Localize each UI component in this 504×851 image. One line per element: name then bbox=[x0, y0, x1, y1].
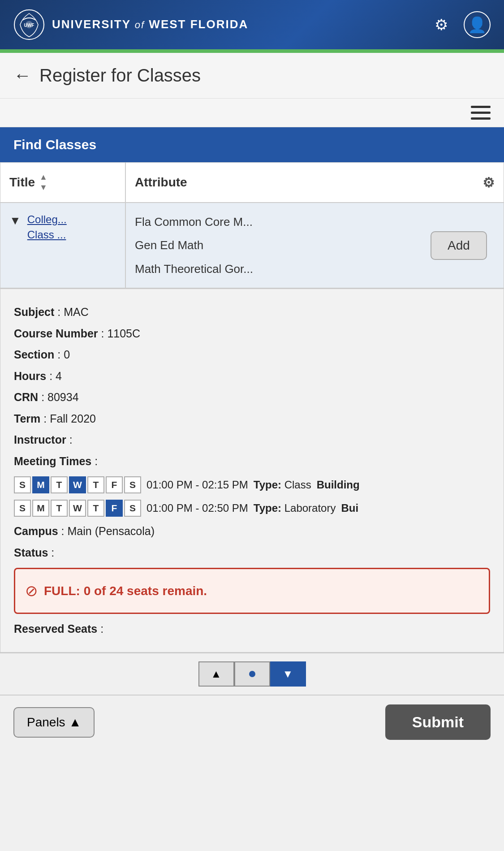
green-stripe bbox=[0, 49, 504, 53]
attribute-column-label: Attribute bbox=[135, 175, 187, 190]
meeting-times-label-row: Meeting Times : bbox=[14, 451, 490, 472]
hours-field: Hours : 4 bbox=[14, 366, 490, 387]
course-number-label: Course Number bbox=[14, 327, 98, 340]
section-value: 0 bbox=[64, 348, 70, 361]
settings-button[interactable]: ⚙ bbox=[428, 11, 455, 38]
hours-label: Hours bbox=[14, 370, 46, 382]
meeting-row-1: S M T W T F S 01:00 PM - 02:15 PM Type: … bbox=[14, 475, 490, 495]
title-column-label: Title bbox=[9, 175, 35, 190]
meeting-row-2: S M T W T F S 01:00 PM - 02:50 PM Type: … bbox=[14, 498, 490, 518]
course-number-field: Course Number : 1105C bbox=[14, 323, 490, 345]
reserved-seats-field: Reserved Seats : bbox=[14, 618, 490, 640]
attribute-item-2: Gen Ed Math bbox=[135, 233, 405, 257]
meeting-building-label-2: Bui bbox=[341, 498, 358, 518]
university-name-text: UNIVERSITY of WEST FLORIDA bbox=[52, 17, 248, 32]
submit-button[interactable]: Submit bbox=[385, 704, 491, 740]
crn-value: 80934 bbox=[47, 391, 79, 403]
crn-field: CRN : 80934 bbox=[14, 387, 490, 408]
subject-separator: : bbox=[57, 306, 64, 318]
status-text: FULL: 0 of 24 seats remain. bbox=[44, 579, 207, 603]
subject-label: Subject bbox=[14, 306, 54, 318]
day-T-2: T bbox=[51, 500, 68, 517]
course-number-separator: : bbox=[101, 327, 108, 340]
term-value: Fall 2020 bbox=[50, 412, 96, 425]
prev-page-button[interactable]: ▲ bbox=[198, 661, 234, 687]
page-title: Register for Classes bbox=[39, 65, 201, 86]
attribute-item-3: Math Theoretical Gor... bbox=[135, 257, 405, 281]
user-icon: 👤 bbox=[468, 16, 487, 34]
day-Sa-1: S bbox=[124, 476, 141, 493]
next-page-button[interactable]: ▼ bbox=[270, 661, 306, 687]
expand-arrow-icon[interactable]: ▼ bbox=[9, 214, 21, 228]
meeting-type-label-2: Type: Laboratory bbox=[254, 498, 336, 518]
back-bar: ← Register for Classes bbox=[0, 53, 504, 99]
meeting-building-label-1: Building bbox=[317, 475, 360, 495]
title-column-header[interactable]: Title ▲ ▼ bbox=[0, 163, 126, 202]
instructor-field: Instructor : bbox=[14, 429, 490, 451]
term-label: Term bbox=[14, 412, 40, 425]
attribute-item-1: Fla Common Core M... bbox=[135, 210, 405, 233]
logo-icon: UWF bbox=[13, 9, 45, 40]
find-classes-bar: Find Classes bbox=[0, 127, 504, 162]
day-W-2: W bbox=[69, 500, 86, 517]
class-name[interactable]: Colleg... Class ... bbox=[27, 212, 67, 242]
status-label: Status bbox=[14, 546, 48, 559]
meeting-type-label-1: Type: Class bbox=[254, 475, 311, 495]
warning-icon: ⊘ bbox=[25, 576, 38, 605]
day-S-1: S bbox=[14, 476, 31, 493]
attribute-column-header: Attribute ⚙ bbox=[126, 163, 504, 202]
day-F-2: F bbox=[106, 500, 123, 517]
meeting-times-label: Meeting Times bbox=[14, 455, 91, 467]
back-arrow-icon[interactable]: ← bbox=[13, 65, 31, 86]
campus-label: Campus bbox=[14, 525, 58, 537]
day-S-2: S bbox=[14, 500, 31, 517]
sort-arrows[interactable]: ▲ ▼ bbox=[39, 173, 47, 192]
campus-value: Main (Pensacola) bbox=[68, 525, 155, 537]
hours-value: 4 bbox=[56, 370, 62, 382]
hamburger-button[interactable] bbox=[471, 106, 491, 120]
course-number-value: 1105C bbox=[107, 327, 140, 340]
sort-down-icon: ▼ bbox=[39, 183, 47, 192]
svg-text:UWF: UWF bbox=[24, 23, 34, 28]
subject-field: Subject : MAC bbox=[14, 302, 490, 323]
days-grid-1: S M T W T F S bbox=[14, 476, 141, 493]
day-M-2: M bbox=[32, 500, 49, 517]
section-label: Section bbox=[14, 348, 54, 361]
day-T-1: T bbox=[51, 476, 68, 493]
hamburger-line-1 bbox=[471, 106, 491, 108]
day-M-1: M bbox=[32, 476, 49, 493]
day-Th-2: T bbox=[87, 500, 104, 517]
day-Th-1: T bbox=[87, 476, 104, 493]
panels-button[interactable]: Panels ▲ bbox=[13, 707, 95, 738]
section-field: Section : 0 bbox=[14, 344, 490, 366]
subject-value: MAC bbox=[64, 306, 89, 318]
app-header: UWF UNIVERSITY of WEST FLORIDA ⚙ 👤 bbox=[0, 0, 504, 49]
reserved-seats-label: Reserved Seats bbox=[14, 622, 97, 635]
panels-label: Panels bbox=[27, 715, 65, 730]
campus-field: Campus : Main (Pensacola) bbox=[14, 521, 490, 542]
hamburger-line-2 bbox=[471, 112, 491, 114]
header-icons: ⚙ 👤 bbox=[428, 11, 491, 38]
pagination-nav: ▲ ▼ bbox=[0, 652, 504, 695]
down-arrow-icon: ▼ bbox=[283, 668, 293, 680]
meeting-time-1: 01:00 PM - 02:15 PM bbox=[146, 475, 248, 495]
university-logo: UWF UNIVERSITY of WEST FLORIDA bbox=[13, 9, 248, 40]
class-row-attribute-cell: Fla Common Core M... Gen Ed Math Math Th… bbox=[126, 203, 414, 288]
course-details-panel: Subject : MAC Course Number : 1105C Sect… bbox=[0, 289, 504, 652]
dot-indicator[interactable] bbox=[234, 661, 270, 687]
column-settings-icon[interactable]: ⚙ bbox=[482, 175, 495, 190]
class-row-action-cell: Add bbox=[414, 203, 504, 288]
status-badge: ⊘ FULL: 0 of 24 seats remain. bbox=[14, 568, 490, 614]
find-classes-title: Find Classes bbox=[13, 137, 96, 152]
add-class-button[interactable]: Add bbox=[431, 231, 487, 260]
day-F-1: F bbox=[106, 476, 123, 493]
crn-label: CRN bbox=[14, 391, 38, 403]
days-grid-2: S M T W T F S bbox=[14, 500, 141, 517]
classes-table: Title ▲ ▼ Attribute ⚙ ▼ Colleg... Class … bbox=[0, 162, 504, 289]
meeting-time-2: 01:00 PM - 02:50 PM bbox=[146, 498, 248, 518]
status-field-label: Status : bbox=[14, 542, 490, 564]
hamburger-line-3 bbox=[471, 117, 491, 120]
class-row-title-cell: ▼ Colleg... Class ... bbox=[0, 203, 126, 288]
hamburger-bar bbox=[0, 99, 504, 127]
user-button[interactable]: 👤 bbox=[464, 11, 491, 38]
